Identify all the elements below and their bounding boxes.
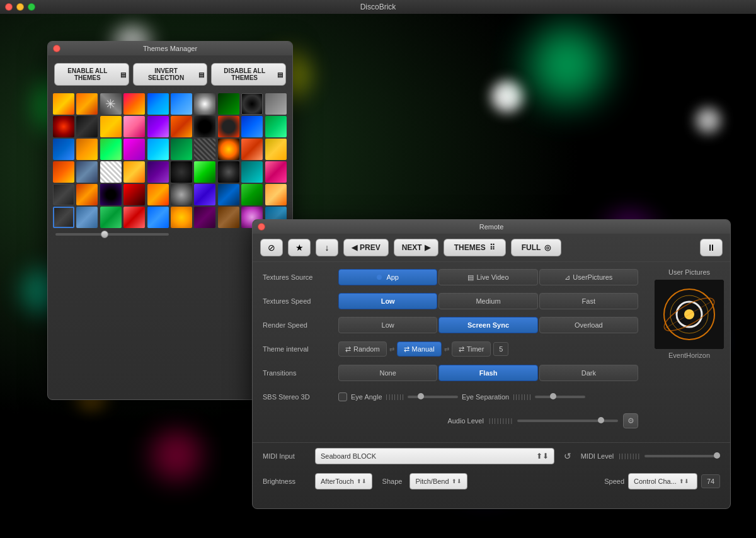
eye-separation-slider[interactable] — [535, 396, 585, 398]
render-low-button[interactable]: Low — [338, 317, 437, 333]
themes-slider-thumb[interactable] — [101, 231, 108, 238]
thumb-40[interactable] — [265, 161, 287, 183]
thumb-31[interactable] — [53, 161, 74, 183]
speed-dropdown[interactable]: Control Cha... ⬆⬇ — [628, 473, 697, 489]
thumb-8[interactable] — [218, 93, 239, 115]
thumb-46[interactable] — [171, 184, 192, 205]
thumb-28[interactable] — [218, 139, 239, 160]
thumb-48[interactable] — [218, 184, 239, 205]
pause-button[interactable]: ⏸ — [700, 239, 723, 256]
thumb-21[interactable] — [53, 139, 74, 160]
thumb-5[interactable] — [147, 93, 169, 115]
prev-button[interactable]: ◀ PREV — [343, 239, 389, 256]
audio-slider-thumb[interactable] — [598, 417, 604, 423]
thumb-9[interactable] — [241, 93, 263, 115]
eye-angle-slider[interactable] — [408, 396, 458, 398]
user-picture-thumbnail[interactable] — [655, 280, 724, 349]
thumb-24[interactable] — [123, 139, 145, 160]
thumb-32[interactable] — [76, 161, 98, 183]
thumb-47[interactable] — [194, 184, 215, 205]
transition-dark-button[interactable]: Dark — [539, 365, 638, 381]
thumb-11[interactable] — [53, 116, 74, 137]
thumb-52[interactable] — [76, 207, 98, 228]
remote-close-button[interactable] — [258, 223, 265, 231]
themes-close-button[interactable] — [53, 45, 60, 52]
thumb-35[interactable] — [147, 161, 169, 183]
thumb-7[interactable] — [194, 93, 215, 115]
themes-button[interactable]: THEMES ⠿ — [444, 239, 506, 256]
thumb-45[interactable] — [147, 184, 169, 205]
invert-selection-button[interactable]: INVERT SELECTION ▤ — [133, 63, 208, 86]
thumb-43[interactable] — [100, 184, 122, 205]
thumb-50[interactable] — [265, 184, 287, 205]
midi-level-thumb[interactable] — [714, 452, 720, 459]
thumb-15[interactable] — [147, 116, 169, 137]
download-icon-button[interactable]: ↓ — [316, 239, 338, 256]
thumb-37[interactable] — [194, 161, 215, 183]
shape-dropdown[interactable]: Pitch/Bend ⬆⬇ — [410, 473, 467, 489]
thumb-18[interactable] — [218, 116, 239, 137]
thumb-10[interactable] — [265, 93, 287, 115]
full-button[interactable]: FULL ◎ — [511, 239, 562, 256]
audio-slider[interactable] — [517, 420, 618, 422]
close-button[interactable] — [5, 3, 13, 11]
thumb-51[interactable] — [53, 207, 74, 228]
render-overload-button[interactable]: Overload — [539, 317, 638, 333]
thumb-34[interactable] — [123, 161, 145, 183]
thumb-26[interactable] — [171, 139, 192, 160]
transition-none-button[interactable]: None — [338, 365, 437, 381]
thumb-33[interactable] — [100, 161, 122, 183]
thumb-16[interactable] — [171, 116, 192, 137]
thumb-27[interactable] — [194, 139, 215, 160]
maximize-button[interactable] — [28, 3, 35, 11]
thumb-38[interactable] — [218, 161, 239, 183]
themes-slider[interactable] — [55, 233, 169, 236]
thumb-36[interactable] — [171, 161, 192, 183]
disable-all-button[interactable]: DISABLE ALL THEMES ▤ — [211, 63, 286, 86]
thumb-54[interactable] — [123, 207, 145, 228]
speed-medium-button[interactable]: Medium — [438, 293, 537, 309]
thumb-6[interactable] — [171, 93, 192, 115]
speed-fast-button[interactable]: Fast — [539, 293, 638, 309]
source-livevideo-button[interactable]: ▤ Live Video — [438, 269, 537, 285]
thumb-53[interactable] — [100, 207, 122, 228]
source-userpictures-button[interactable]: ⊿ UserPictures — [539, 269, 638, 285]
thumb-44[interactable] — [123, 184, 145, 205]
thumb-57[interactable] — [194, 207, 215, 228]
source-app-button[interactable]: App — [338, 269, 437, 285]
brightness-dropdown[interactable]: AfterTouch ⬆⬇ — [315, 473, 372, 489]
eye-separation-thumb[interactable] — [550, 393, 556, 399]
thumb-23[interactable] — [100, 139, 122, 160]
thumb-20[interactable] — [265, 116, 287, 137]
audio-gear-button[interactable]: ⚙ — [623, 413, 638, 428]
eye-angle-thumb[interactable] — [418, 393, 424, 399]
thumb-19[interactable] — [241, 116, 263, 137]
thumb-42[interactable] — [76, 184, 98, 205]
thumb-13[interactable] — [100, 116, 122, 137]
thumb-56[interactable] — [171, 207, 192, 228]
thumb-58[interactable] — [218, 207, 239, 228]
thumb-14[interactable] — [123, 116, 145, 137]
interval-timer-button[interactable]: ⇄ Timer — [452, 341, 491, 357]
minimize-button[interactable] — [16, 3, 24, 11]
thumb-49[interactable] — [241, 184, 263, 205]
thumb-4[interactable] — [123, 93, 145, 115]
midi-input-select[interactable]: Seaboard BLOCK ⬆⬇ — [315, 448, 554, 464]
thumb-2[interactable] — [76, 93, 98, 115]
star-icon-button[interactable]: ★ — [288, 239, 311, 256]
timer-value[interactable]: 5 — [493, 342, 508, 356]
thumb-55[interactable] — [147, 207, 169, 228]
thumb-29[interactable] — [241, 139, 263, 160]
render-screensync-button[interactable]: Screen Sync — [438, 317, 537, 333]
ban-icon-button[interactable]: ⊘ — [260, 239, 283, 256]
thumb-1[interactable] — [53, 93, 74, 115]
window-controls[interactable] — [5, 3, 35, 11]
thumb-39[interactable] — [241, 161, 263, 183]
thumb-22[interactable] — [76, 139, 98, 160]
transition-flash-button[interactable]: Flash — [438, 365, 537, 381]
thumb-12[interactable] — [76, 116, 98, 137]
midi-level-slider[interactable] — [644, 455, 720, 457]
interval-manual-button[interactable]: ⇄ Manual — [397, 341, 442, 357]
midi-refresh-button[interactable]: ↺ — [559, 448, 576, 464]
thumb-30[interactable] — [265, 139, 287, 160]
